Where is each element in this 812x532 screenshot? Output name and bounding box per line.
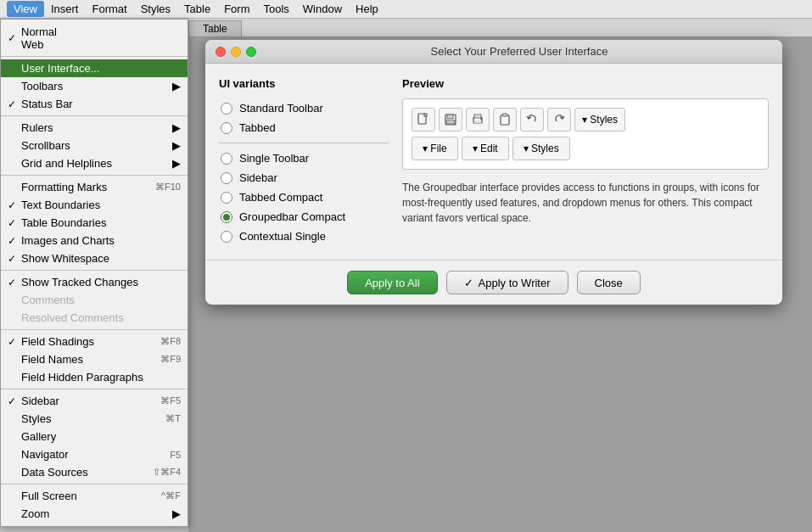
radio-input-contextual-single[interactable] xyxy=(221,231,232,243)
menu-item-toolbars[interactable]: Toolbars ▶ xyxy=(1,77,188,95)
menu-item-show-tracked-changes[interactable]: ✓ Show Tracked Changes xyxy=(1,273,188,291)
arrow-rulers: ▶ xyxy=(172,121,181,134)
radio-sidebar[interactable]: Sidebar xyxy=(219,168,389,188)
app-tab-table[interactable]: Table xyxy=(188,20,242,36)
radio-contextual-single[interactable]: Contextual Single xyxy=(219,227,389,246)
menu-item-images-charts[interactable]: ✓ Images and Charts xyxy=(1,232,188,249)
menu-separator-1 xyxy=(1,56,188,57)
radio-input-groupedbar-compact[interactable] xyxy=(221,211,232,223)
preview-group-edit: ▾ Edit xyxy=(462,137,509,160)
svg-point-8 xyxy=(480,118,482,120)
menu-item-comments-label: Comments xyxy=(21,294,181,306)
menu-item-formatting-marks[interactable]: Formatting Marks ⌘F10 xyxy=(1,178,188,196)
apply-all-button[interactable]: Apply to All xyxy=(347,271,437,294)
menu-item-styles[interactable]: Styles ⌘T xyxy=(1,410,188,428)
preview-group-styles-label: ▾ Styles xyxy=(524,143,559,154)
dialog-ui-preferences: Select Your Preferred User Interface UI … xyxy=(205,40,782,305)
shortcut-data-sources: ⇧⌘F4 xyxy=(153,467,181,478)
minimize-button-traffic[interactable] xyxy=(231,47,241,57)
radio-tabbed[interactable]: Tabbed xyxy=(219,118,389,137)
menubar-view[interactable]: View xyxy=(7,1,44,17)
menu-item-field-hidden-paragraphs[interactable]: Field Hidden Paragraphs xyxy=(1,368,188,386)
menu-item-navigator[interactable]: Navigator F5 xyxy=(1,445,188,463)
menu-separator-2 xyxy=(1,115,188,116)
menu-item-zoom[interactable]: Zoom ▶ xyxy=(1,505,188,523)
radio-input-single-toolbar[interactable] xyxy=(221,153,232,165)
menu-item-field-shadings[interactable]: ✓ Field Shadings ⌘F8 xyxy=(1,333,188,350)
radio-single-toolbar[interactable]: Single Toolbar xyxy=(219,148,389,168)
radio-standard-toolbar[interactable]: Standard Toolbar xyxy=(219,98,389,118)
menu-item-rulers-label: Rulers xyxy=(21,121,169,134)
menu-item-resolved-comments-label: Resolved Comments xyxy=(21,311,181,324)
menubar-help[interactable]: Help xyxy=(349,1,385,17)
close-button-traffic[interactable] xyxy=(216,47,226,57)
radio-label-standard-toolbar: Standard Toolbar xyxy=(239,102,323,115)
menu-separator-4 xyxy=(1,270,188,271)
menu-item-grid-helplines-label: Grid and Helplines xyxy=(21,157,169,170)
svg-rect-6 xyxy=(474,115,481,118)
arrow-toolbars: ▶ xyxy=(172,80,181,92)
radio-input-standard-toolbar[interactable] xyxy=(221,103,232,115)
menu-item-rulers[interactable]: Rulers ▶ xyxy=(1,119,188,137)
preview-row-2: ▾ File ▾ Edit ▾ Styles xyxy=(412,137,759,160)
menubar-tools[interactable]: Tools xyxy=(256,1,295,17)
shortcut-field-shadings: ⌘F8 xyxy=(160,336,181,347)
menu-item-grid-helplines[interactable]: Grid and Helplines ▶ xyxy=(1,154,188,172)
dialog-footer: Apply to All ✓ Apply to Writer Close xyxy=(205,260,782,305)
radio-tabbed-compact[interactable]: Tabbed Compact xyxy=(219,188,389,207)
menu-item-text-boundaries-label: Text Boundaries xyxy=(21,199,181,211)
svg-rect-7 xyxy=(474,120,481,123)
menu-item-comments: Comments xyxy=(1,291,188,309)
traffic-lights xyxy=(216,47,256,57)
check-sidebar: ✓ xyxy=(8,395,21,407)
radio-label-single-toolbar: Single Toolbar xyxy=(239,152,309,165)
menubar-window[interactable]: Window xyxy=(296,1,349,17)
check-show-whitespace: ✓ xyxy=(8,253,21,265)
radio-input-tabbed-compact[interactable] xyxy=(221,192,232,204)
shortcut-field-names: ⌘F9 xyxy=(160,354,181,365)
menu-item-scrollbars[interactable]: Scrollbars ▶ xyxy=(1,137,188,154)
menu-item-images-charts-label: Images and Charts xyxy=(21,234,181,247)
menu-item-table-boundaries[interactable]: ✓ Table Boundaries xyxy=(1,214,188,232)
dialog-title: Select Your Preferred User Interface xyxy=(266,45,772,58)
radio-input-tabbed[interactable] xyxy=(221,122,232,134)
menu-item-styles-label: Styles xyxy=(21,412,159,425)
menubar-form[interactable]: Form xyxy=(217,1,256,17)
menu-item-field-shadings-label: Field Shadings xyxy=(21,335,154,348)
menu-item-status-bar[interactable]: ✓ Status Bar xyxy=(1,95,188,113)
menubar-styles[interactable]: Styles xyxy=(134,1,177,17)
menu-item-full-screen[interactable]: Full Screen ^⌘F xyxy=(1,487,188,505)
menu-item-navigator-label: Navigator xyxy=(21,448,163,461)
menu-item-text-boundaries[interactable]: ✓ Text Boundaries xyxy=(1,196,188,214)
close-button[interactable]: Close xyxy=(577,271,641,294)
menu-item-user-interface-label: User Interface... xyxy=(21,62,181,75)
menu-item-data-sources[interactable]: Data Sources ⇧⌘F4 xyxy=(1,463,188,481)
menu-item-formatting-marks-label: Formatting Marks xyxy=(21,181,148,193)
menu-item-sidebar[interactable]: ✓ Sidebar ⌘F5 xyxy=(1,392,188,410)
menu-item-status-bar-label: Status Bar xyxy=(21,98,181,110)
menu-item-sidebar-label: Sidebar xyxy=(21,395,154,407)
menu-item-show-whitespace[interactable]: ✓ Show Whitespace xyxy=(1,249,188,267)
menubar-insert[interactable]: Insert xyxy=(44,1,86,17)
radio-input-sidebar[interactable] xyxy=(221,172,232,184)
svg-rect-9 xyxy=(501,115,509,125)
menu-item-gallery[interactable]: Gallery xyxy=(1,428,188,445)
menu-item-field-names[interactable]: Field Names ⌘F9 xyxy=(1,350,188,368)
preview-group-edit-label: ▾ Edit xyxy=(473,143,498,154)
check-text-boundaries: ✓ xyxy=(8,199,21,211)
apply-writer-label: Apply to Writer xyxy=(479,277,551,289)
menu-item-normal-web[interactable]: ✓ NormalWeb xyxy=(1,23,188,53)
app-tabbar: Table xyxy=(188,19,812,37)
view-dropdown-menu: ✓ NormalWeb User Interface... Toolbars ▶… xyxy=(0,19,188,527)
radio-groupedbar-compact[interactable]: Groupedbar Compact xyxy=(219,207,389,227)
menubar-format[interactable]: Format xyxy=(85,1,133,17)
menu-item-toolbars-label: Toolbars xyxy=(21,80,169,92)
menu-item-user-interface[interactable]: User Interface... xyxy=(1,59,188,77)
apply-writer-button[interactable]: ✓ Apply to Writer xyxy=(446,271,568,294)
menubar-table[interactable]: Table xyxy=(177,1,217,17)
app-area: Table Select Your Preferred User Interfa… xyxy=(188,19,812,532)
maximize-button-traffic[interactable] xyxy=(246,47,256,57)
check-field-shadings: ✓ xyxy=(8,336,21,348)
menu-separator-6 xyxy=(1,389,188,389)
menu-item-field-hidden-paragraphs-label: Field Hidden Paragraphs xyxy=(21,371,181,384)
